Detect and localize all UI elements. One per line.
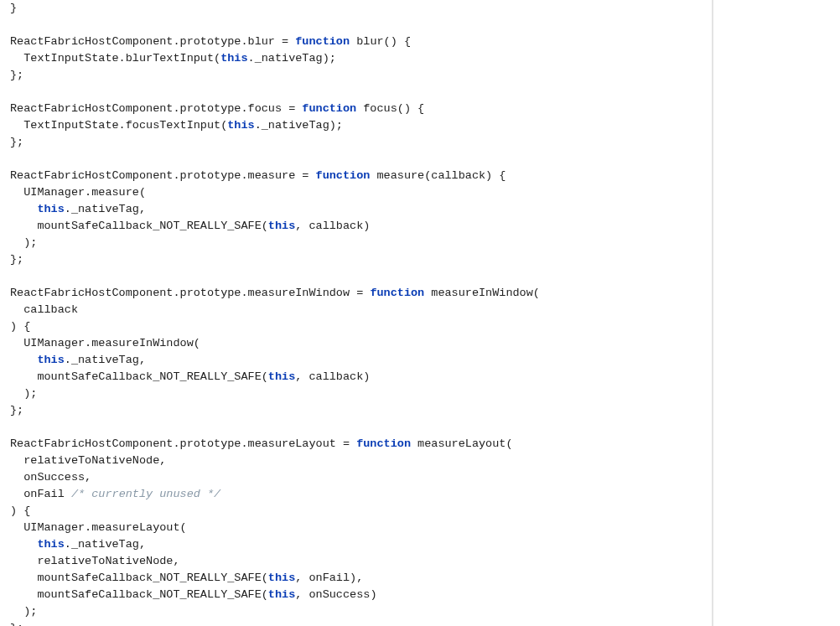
keyword: this: [37, 203, 64, 215]
keyword: this: [268, 220, 295, 232]
keyword: function: [356, 437, 411, 450]
keyword: this: [268, 572, 295, 584]
keyword: this: [227, 119, 254, 132]
keyword: this: [268, 588, 295, 601]
keyword: function: [295, 35, 350, 48]
comment: /* currently unused */: [71, 488, 220, 500]
keyword: function: [316, 169, 371, 182]
keyword: this: [220, 52, 247, 65]
keyword: function: [370, 287, 424, 299]
keyword: this: [37, 354, 64, 366]
keyword: this: [268, 370, 295, 383]
keyword: this: [37, 538, 64, 551]
keyword: function: [302, 102, 356, 115]
code-block: } ReactFabricHostComponent.prototype.blu…: [0, 0, 713, 626]
